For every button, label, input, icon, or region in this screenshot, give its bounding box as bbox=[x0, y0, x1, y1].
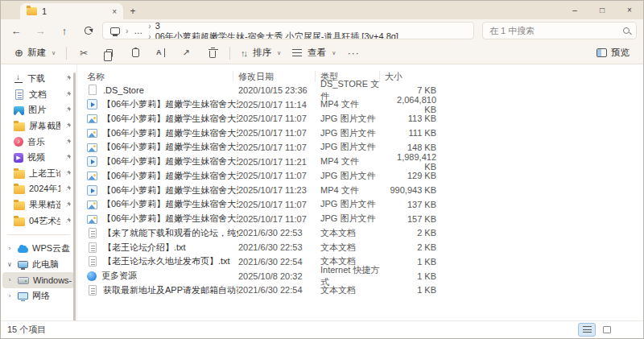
file-name[interactable]: 更多资源 bbox=[101, 270, 137, 282]
sidebar-item-label: 此电脑 bbox=[32, 258, 72, 271]
refresh-button[interactable] bbox=[78, 22, 99, 39]
sidebar-item[interactable]: 果果精选💗 bbox=[2, 197, 75, 213]
sidebar-tree-item[interactable]: › 网络 bbox=[2, 288, 75, 304]
sidebar-tree-item[interactable]: › WPS云盘 bbox=[2, 241, 75, 257]
file-name[interactable]: 【老王论坛介绍】.txt bbox=[103, 242, 186, 254]
sort-button-label: 排序 bbox=[253, 47, 271, 59]
sidebar: 下载 文档 bbox=[1, 64, 77, 339]
rename-button[interactable] bbox=[149, 43, 173, 63]
sidebar-divider bbox=[7, 234, 70, 235]
file-size: 1 KB bbox=[385, 271, 436, 281]
cut-button[interactable]: ✂ bbox=[72, 43, 96, 63]
file-name[interactable]: .DS_Store bbox=[103, 85, 144, 95]
preview-button[interactable]: 预览 bbox=[591, 43, 635, 63]
back-button[interactable]: ← bbox=[6, 22, 27, 39]
breadcrumb-item[interactable]: › 06年小萝莉超嫩学生妹-宿舍大秀 小穴尿尿-道具狂插 [3v+4.8g] bbox=[147, 31, 401, 39]
copy-button[interactable] bbox=[97, 43, 122, 63]
file-name[interactable]: 【06年小萝莉】超嫩学生妹宿舍大秀_小穴尿尿... bbox=[102, 127, 238, 139]
table-row[interactable]: 【老王论坛介绍】.txt 2021/6/30 22:53 文本文档 2 KB bbox=[77, 240, 643, 254]
table-row[interactable]: 获取最新地址及APP请发邮箱自动获取.txt 2021/6/30 22:54 文… bbox=[77, 283, 643, 298]
sidebar-item-label: 文档 bbox=[29, 89, 60, 101]
pin-icon bbox=[64, 170, 72, 177]
thumbnail-view-toggle[interactable] bbox=[598, 323, 616, 337]
table-row[interactable]: 【06年小萝莉】超嫩学生妹宿舍大秀_小穴尿尿... 2025/10/17 11:… bbox=[77, 183, 643, 197]
delete-button[interactable] bbox=[200, 43, 225, 63]
table-row[interactable]: 更多资源 2025/10/8 20:32 Internet 快捷方式 1 KB bbox=[77, 269, 643, 283]
more-button[interactable]: ··· bbox=[341, 43, 365, 63]
file-date: 2021/6/30 22:53 bbox=[238, 228, 320, 238]
sidebar-tree-item[interactable]: ∨ 此电脑 bbox=[2, 257, 75, 273]
minimize-button[interactable]: – bbox=[561, 1, 588, 19]
breadcrumb-item[interactable]: › 3 bbox=[147, 22, 401, 31]
sidebar-item[interactable]: 图片 bbox=[2, 102, 75, 118]
close-button[interactable]: × bbox=[616, 1, 643, 19]
file-size: 148 KB bbox=[385, 143, 436, 152]
sort-button[interactable]: ↑↓ 排序 ∨ bbox=[235, 43, 287, 63]
sidebar-scrollbar[interactable] bbox=[73, 72, 76, 333]
column-header-size[interactable]: 大小 bbox=[385, 71, 431, 82]
table-row[interactable]: 【06年小萝莉】超嫩学生妹宿舍大秀_小穴尿尿... 2025/10/17 11:… bbox=[77, 112, 643, 126]
file-name[interactable]: 【06年小萝莉】超嫩学生妹宿舍大秀_小穴尿尿... bbox=[102, 213, 238, 225]
sidebar-tree-item[interactable]: › Windows-SSD bbox=[2, 272, 75, 288]
sidebar-item[interactable]: 下载 bbox=[2, 71, 75, 87]
expander-icon[interactable]: ∨ bbox=[6, 261, 14, 268]
up-button[interactable]: ↑ bbox=[54, 22, 75, 39]
sidebar-item-icon bbox=[14, 153, 23, 163]
table-row[interactable]: 【06年小萝莉】超嫩学生妹宿舍大秀_小穴尿尿... 2025/10/17 11:… bbox=[77, 126, 643, 140]
table-row[interactable]: .DS_Store 2020/10/15 23:36 DS_STORE 文件 7… bbox=[77, 83, 643, 97]
search-box[interactable] bbox=[482, 22, 637, 39]
sidebar-item[interactable]: 04艺术生~完 bbox=[2, 213, 75, 229]
file-name[interactable]: 【06年小萝莉】超嫩学生妹宿舍大秀_小穴尿尿... bbox=[102, 98, 238, 110]
file-name[interactable]: 【06年小萝莉】超嫩学生妹宿舍大秀_小穴尿尿... bbox=[102, 113, 238, 125]
pin-icon bbox=[64, 201, 72, 209]
new-button[interactable]: ⊕ 新建 ∨ bbox=[9, 43, 61, 63]
file-name[interactable]: 【06年小萝莉】超嫩学生妹宿舍大秀_小穴尿尿... bbox=[102, 198, 238, 210]
new-tab-button[interactable]: + bbox=[123, 3, 142, 19]
sidebar-item[interactable]: 屏幕截图 bbox=[2, 118, 75, 134]
breadcrumb-item-label[interactable]: 3 bbox=[153, 22, 163, 31]
content-area: 下载 文档 bbox=[1, 64, 643, 339]
column-header-name[interactable]: 名称 bbox=[87, 71, 233, 82]
table-row[interactable]: 【06年小萝莉】超嫩学生妹宿舍大秀_小穴尿尿... 2025/10/17 11:… bbox=[77, 155, 643, 169]
breadcrumb-item-label[interactable]: 06年小萝莉超嫩学生妹-宿舍大秀 小穴尿尿-道具狂插 [3v+4.8g] bbox=[153, 31, 401, 39]
sidebar-item[interactable]: 文档 bbox=[2, 87, 75, 103]
breadcrumb-items: › 星期日 › 3 › 06年小萝莉超嫩学生妹-宿舍大秀 小穴尿尿-道具狂插 [… bbox=[147, 22, 401, 39]
file-name[interactable]: 获取最新地址及APP请发邮箱自动获取.txt bbox=[103, 284, 238, 296]
sidebar-item[interactable]: 音乐 bbox=[2, 134, 75, 150]
view-button[interactable]: 查看 ∨ bbox=[287, 43, 341, 63]
table-row[interactable]: 【来了就能下载和观看的论坛，纯免费！】.txt 2021/6/30 22:53 … bbox=[77, 226, 643, 241]
expander-icon[interactable]: › bbox=[6, 292, 14, 300]
table-row[interactable]: 【06年小萝莉】超嫩学生妹宿舍大秀_小穴尿尿... 2025/10/17 11:… bbox=[77, 97, 643, 112]
column-header-date[interactable]: 修改日期 bbox=[238, 71, 316, 82]
file-size: 1 KB bbox=[385, 257, 436, 267]
breadcrumb-overflow[interactable]: … bbox=[131, 26, 145, 35]
delete-icon bbox=[209, 51, 216, 58]
paste-icon bbox=[132, 48, 139, 57]
maximize-button[interactable]: □ bbox=[588, 1, 616, 19]
paste-button[interactable] bbox=[123, 43, 147, 63]
table-row[interactable]: 【06年小萝莉】超嫩学生妹宿舍大秀_小穴尿尿... 2025/10/17 11:… bbox=[77, 140, 643, 155]
table-row[interactable]: 【06年小萝莉】超嫩学生妹宿舍大秀_小穴尿尿... 2025/10/17 11:… bbox=[77, 197, 643, 212]
details-view-toggle[interactable] bbox=[578, 323, 596, 337]
breadcrumb[interactable]: › … › 星期日 › 3 › 06年小萝莉超嫩学生 bbox=[102, 22, 474, 39]
file-name[interactable]: 【06年小萝莉】超嫩学生妹宿舍大秀_小穴尿尿... bbox=[102, 184, 238, 196]
sidebar-item[interactable]: 上老王论坛当 bbox=[2, 166, 75, 182]
file-name[interactable]: 【来了就能下载和观看的论坛，纯免费！】.txt bbox=[103, 227, 238, 239]
search-input[interactable] bbox=[489, 26, 623, 35]
file-type: JPG 图片文件 bbox=[320, 127, 385, 139]
table-row[interactable]: 【06年小萝莉】超嫩学生妹宿舍大秀_小穴尿尿... 2025/10/17 11:… bbox=[77, 212, 643, 226]
share-button[interactable] bbox=[175, 43, 199, 63]
expander-icon[interactable]: › bbox=[6, 276, 14, 283]
expander-icon[interactable]: › bbox=[6, 245, 14, 252]
file-name[interactable]: 【06年小萝莉】超嫩学生妹宿舍大秀_小穴尿尿... bbox=[102, 141, 238, 153]
file-name[interactable]: 【06年小萝莉】超嫩学生妹宿舍大秀_小穴尿尿... bbox=[102, 170, 238, 182]
table-row[interactable]: 【06年小萝莉】超嫩学生妹宿舍大秀_小穴尿尿... 2025/10/17 11:… bbox=[77, 169, 643, 184]
sidebar-item[interactable]: 视频 bbox=[2, 150, 75, 166]
sidebar-item[interactable]: 2024年12月 bbox=[2, 181, 75, 197]
file-name[interactable]: 【老王论坛永久地址发布页】.txt bbox=[103, 255, 230, 267]
file-name[interactable]: 【06年小萝莉】超嫩学生妹宿舍大秀_小穴尿尿... bbox=[102, 155, 238, 167]
tab-label: 1 bbox=[42, 6, 47, 16]
forward-button[interactable]: → bbox=[30, 22, 51, 39]
tab-close-icon[interactable]: × bbox=[112, 7, 117, 16]
tab-folder-1[interactable]: 1 × bbox=[20, 3, 123, 19]
